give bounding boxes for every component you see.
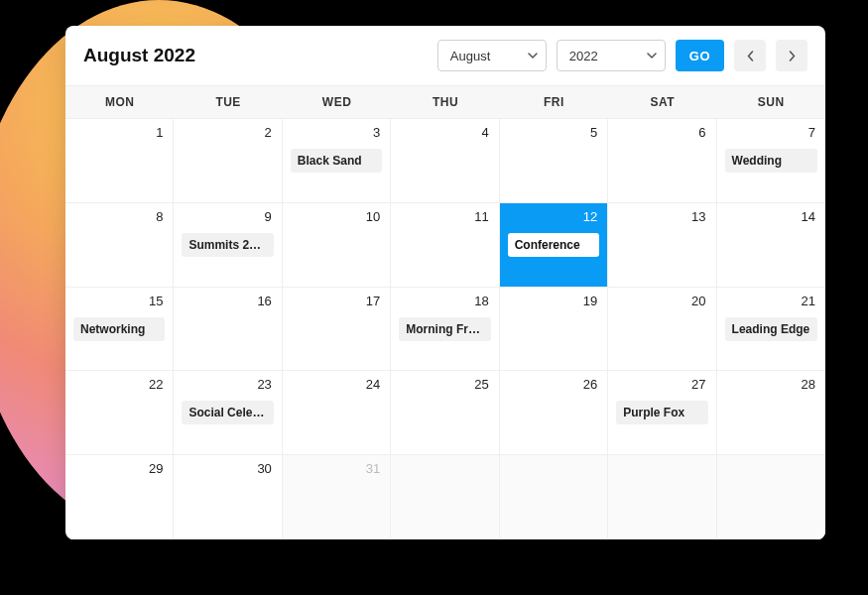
weekday-header: MON TUE WED THU FRI SAT SUN xyxy=(65,85,825,119)
day-number: 6 xyxy=(698,125,705,140)
calendar-cell[interactable]: 26 xyxy=(500,371,608,455)
day-number: 1 xyxy=(156,125,163,140)
day-number: 27 xyxy=(691,377,705,392)
day-number: 11 xyxy=(474,209,488,224)
calendar-cell[interactable]: 2 xyxy=(174,119,282,203)
prev-button[interactable] xyxy=(734,40,766,71)
calendar-cell[interactable]: 25 xyxy=(391,371,499,455)
calendar-cell[interactable]: 18Morning Frost xyxy=(391,288,499,372)
day-number: 9 xyxy=(265,209,272,224)
calendar-cell[interactable]: 3Black Sand xyxy=(283,119,391,203)
chevron-right-icon xyxy=(789,51,796,61)
calendar-cell[interactable]: 8 xyxy=(65,203,174,288)
day-number: 28 xyxy=(802,377,815,392)
calendar-cell[interactable]: 23Social Celebr... xyxy=(174,371,282,455)
day-number: 13 xyxy=(691,209,705,224)
calendar-cell[interactable]: 13 xyxy=(608,203,716,288)
chevron-down-icon xyxy=(647,53,657,59)
chevron-left-icon xyxy=(747,51,754,61)
day-number: 19 xyxy=(583,294,597,308)
day-number: 4 xyxy=(481,125,488,140)
calendar-cell[interactable]: 22 xyxy=(65,371,174,455)
event-chip[interactable]: Morning Frost xyxy=(399,317,490,341)
calendar-cell[interactable]: 14 xyxy=(717,203,825,288)
weekday-label: THU xyxy=(391,86,499,118)
calendar-cell[interactable] xyxy=(717,455,825,539)
calendar-cell[interactable]: 6 xyxy=(608,119,716,203)
calendar-cell[interactable]: 5 xyxy=(500,119,608,203)
calendar-cell[interactable]: 15Networking xyxy=(65,288,174,372)
year-select[interactable]: 2022 xyxy=(557,40,666,71)
day-number: 17 xyxy=(366,294,380,308)
calendar-cell[interactable] xyxy=(500,455,608,539)
weekday-label: WED xyxy=(283,86,391,118)
event-chip[interactable]: Leading Edge xyxy=(725,317,817,341)
weekday-label: TUE xyxy=(174,86,282,118)
calendar-cell[interactable]: 11 xyxy=(391,203,499,288)
event-chip[interactable]: Social Celebr... xyxy=(182,401,273,424)
calendar-header: August 2022 August 2022 GO xyxy=(65,26,825,85)
calendar-cell[interactable]: 21Leading Edge xyxy=(717,288,825,372)
day-number: 8 xyxy=(156,209,163,224)
day-number: 15 xyxy=(149,294,163,308)
chevron-down-icon xyxy=(528,53,538,59)
day-number: 31 xyxy=(366,461,380,476)
weekday-label: MON xyxy=(65,86,174,118)
year-select-value: 2022 xyxy=(569,49,598,63)
calendar-cell[interactable]: 10 xyxy=(283,203,391,288)
weekday-label: SUN xyxy=(717,86,825,118)
day-number: 25 xyxy=(474,377,488,392)
calendar-card: August 2022 August 2022 GO MON TU xyxy=(65,26,825,539)
day-number: 3 xyxy=(373,125,380,140)
calendar-title: August 2022 xyxy=(83,45,428,66)
calendar-cell[interactable]: 19 xyxy=(500,288,608,372)
month-select[interactable]: August xyxy=(437,40,547,71)
month-select-value: August xyxy=(450,49,490,63)
calendar-cell[interactable] xyxy=(608,455,716,539)
day-number: 7 xyxy=(808,125,815,140)
day-number: 24 xyxy=(366,377,380,392)
day-number: 26 xyxy=(583,377,597,392)
calendar-cell[interactable]: 28 xyxy=(717,371,825,455)
day-number: 2 xyxy=(265,125,272,140)
calendar-cell[interactable]: 30 xyxy=(174,455,282,539)
calendar-cell[interactable]: 31 xyxy=(283,455,391,539)
calendar-cell[interactable] xyxy=(391,455,499,539)
calendar-cell[interactable]: 16 xyxy=(174,288,282,372)
event-chip[interactable]: Purple Fox xyxy=(616,401,707,424)
calendar-cell[interactable]: 4 xyxy=(391,119,499,203)
calendar-cell[interactable]: 12Conference xyxy=(500,203,608,288)
weekday-label: SAT xyxy=(608,86,716,118)
calendar-cell[interactable]: 7Wedding xyxy=(717,119,825,203)
event-chip[interactable]: Networking xyxy=(73,317,165,341)
day-number: 20 xyxy=(691,294,705,308)
weekday-label: FRI xyxy=(500,86,608,118)
day-number: 12 xyxy=(583,209,597,224)
day-number: 22 xyxy=(149,377,163,392)
calendar-cell[interactable]: 1 xyxy=(65,119,174,203)
day-number: 14 xyxy=(802,209,815,224)
day-number: 10 xyxy=(366,209,380,224)
next-button[interactable] xyxy=(776,40,807,71)
day-number: 5 xyxy=(590,125,597,140)
calendar-cell[interactable]: 20 xyxy=(608,288,716,372)
day-number: 30 xyxy=(257,461,271,476)
calendar-cell[interactable]: 9Summits 2022 xyxy=(174,203,282,288)
day-number: 18 xyxy=(474,294,488,308)
day-number: 29 xyxy=(149,461,163,476)
calendar-cell[interactable]: 27Purple Fox xyxy=(608,371,716,455)
calendar-cell[interactable]: 24 xyxy=(283,371,391,455)
go-button[interactable]: GO xyxy=(676,40,724,71)
event-chip[interactable]: Black Sand xyxy=(291,149,382,173)
event-chip[interactable]: Wedding xyxy=(725,149,817,173)
calendar-grid: 123Black Sand4567Wedding89Summits 202210… xyxy=(65,119,825,539)
day-number: 23 xyxy=(257,377,271,392)
calendar-cell[interactable]: 29 xyxy=(65,455,174,539)
calendar-cell[interactable]: 17 xyxy=(283,288,391,372)
event-chip[interactable]: Conference xyxy=(508,233,599,257)
day-number: 21 xyxy=(802,294,815,308)
event-chip[interactable]: Summits 2022 xyxy=(182,233,273,257)
day-number: 16 xyxy=(257,294,271,308)
